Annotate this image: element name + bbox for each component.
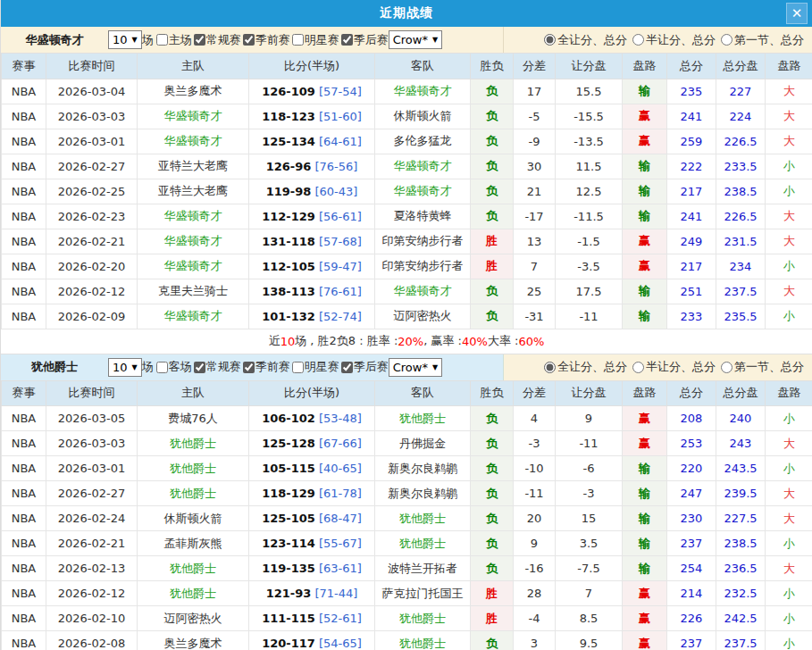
cell-total: 241 <box>667 204 716 229</box>
half-score: [71-44] <box>314 587 357 600</box>
filter-checkbox[interactable] <box>156 362 168 373</box>
cell-score: 126-96 [76-56] <box>249 154 375 179</box>
cell-result: 负 <box>471 431 514 456</box>
cell-diff: 20 <box>514 506 556 531</box>
cell-total: 249 <box>667 229 716 254</box>
stat-mode-radio[interactable] <box>544 34 556 46</box>
cell-home-team: 华盛顿奇才 <box>138 254 249 279</box>
summary-segment: 场 , 胜2负8 : 胜率 : <box>295 333 398 349</box>
stat-mode-radios: 全让分、总分半让分、总分第一节、总分 <box>504 354 812 380</box>
filter-checkbox-option[interactable]: 明星赛 <box>290 32 339 48</box>
cell-total-line: 243.5 <box>716 456 766 481</box>
stat-mode-radio[interactable] <box>721 34 732 46</box>
stat-mode-radio[interactable] <box>632 34 644 46</box>
stat-mode-radio[interactable] <box>721 362 732 373</box>
filter-checkbox-option[interactable]: 常规赛 <box>192 359 241 375</box>
filter-checkbox[interactable] <box>243 362 255 373</box>
cell-diff: -3 <box>514 431 556 456</box>
cell-home-team: 犹他爵士 <box>138 481 249 506</box>
cell-result: 负 <box>471 304 514 329</box>
table-header-cell: 分差 <box>514 54 556 79</box>
table-header-cell: 主队 <box>138 54 249 79</box>
cell-handicap: 3.5 <box>556 531 623 556</box>
cell-result: 胜 <box>471 229 514 254</box>
cell-handicap: -11.5 <box>556 204 623 229</box>
filter-checkbox-option[interactable]: 客场 <box>155 359 192 375</box>
games-count-select[interactable]: 10▼ <box>108 358 142 377</box>
table-row: NBA2026-02-25亚特兰大老鹰119-98 [60-43]华盛顿奇才负2… <box>2 179 812 204</box>
filter-checkbox[interactable] <box>341 34 353 46</box>
filter-checkbox[interactable] <box>292 34 304 46</box>
cell-total: 247 <box>667 481 716 506</box>
cell-home-team: 犹他爵士 <box>138 456 249 481</box>
cell-diff: -9 <box>514 129 556 154</box>
cell-score: 121-93 [71-44] <box>249 581 375 606</box>
half-score: [52-61] <box>319 612 362 625</box>
filter-checkbox-label: 客场 <box>169 359 192 375</box>
team-name: 犹他爵士 <box>1 359 108 375</box>
table-row: NBA2026-02-21孟菲斯灰熊123-114 [55-67]犹他爵士负93… <box>2 531 812 556</box>
filter-checkbox-option[interactable]: 季后赛 <box>339 359 389 375</box>
stat-mode-radio[interactable] <box>632 362 644 373</box>
cell-ou: 大 <box>766 104 812 129</box>
cell-result: 负 <box>471 104 514 129</box>
table-header-cell: 让分盘 <box>556 381 623 406</box>
close-button[interactable]: ✕ <box>786 3 808 24</box>
cell-home-team: 华盛顿奇才 <box>138 229 249 254</box>
chevron-down-icon: ▼ <box>432 36 438 44</box>
cell-score: 119-98 [60-43] <box>249 179 375 204</box>
stat-mode-radio-label: 第一节、总分 <box>734 359 804 375</box>
half-score: [54-65] <box>319 637 362 650</box>
filter-checkbox[interactable] <box>292 362 304 373</box>
filter-checkbox-option[interactable]: 主场 <box>155 32 192 48</box>
stat-mode-radio-option[interactable]: 第一节、总分 <box>721 359 804 375</box>
cell-league: NBA <box>2 506 46 531</box>
cell-ou: 大 <box>766 229 812 254</box>
stat-mode-radio-option[interactable]: 全让分、总分 <box>544 359 627 375</box>
cell-result: 胜 <box>471 254 514 279</box>
stat-mode-radio[interactable] <box>544 362 556 373</box>
cell-total: 214 <box>667 581 716 606</box>
filter-checkbox-option[interactable]: 季后赛 <box>339 32 389 48</box>
cell-result: 负 <box>471 531 514 556</box>
filter-checkbox-option[interactable]: 季前赛 <box>241 359 290 375</box>
filter-checkbox-option[interactable]: 季前赛 <box>241 32 290 48</box>
final-score: 120-117 <box>262 637 315 650</box>
stat-mode-radio-option[interactable]: 全让分、总分 <box>544 32 627 48</box>
filter-checkbox-option[interactable]: 常规赛 <box>192 32 241 48</box>
filter-checkbox-label: 常规赛 <box>206 359 241 375</box>
odds-company-select-value: Crow* <box>393 361 428 374</box>
filter-checkbox[interactable] <box>341 362 353 373</box>
half-score: [76-61] <box>319 285 362 298</box>
odds-company-select[interactable]: Crow*▼ <box>389 358 442 377</box>
cell-handicap: 15.5 <box>556 79 623 104</box>
stat-mode-radio-option[interactable]: 半让分、总分 <box>632 359 716 375</box>
half-score: [76-56] <box>314 160 357 173</box>
cell-handicap: 7 <box>556 581 623 606</box>
cell-league: NBA <box>2 179 46 204</box>
filter-checkbox-label: 季后赛 <box>354 359 389 375</box>
stat-mode-radio-label: 全让分、总分 <box>557 359 627 375</box>
cell-league: NBA <box>2 531 46 556</box>
cell-league: NBA <box>2 204 46 229</box>
stat-mode-radio-option[interactable]: 第一节、总分 <box>721 32 804 48</box>
cell-total: 237 <box>667 531 716 556</box>
table-row: NBA2026-03-03华盛顿奇才118-123 [51-60]休斯顿火箭负-… <box>2 104 812 129</box>
cell-total-line: 238.5 <box>716 179 766 204</box>
cell-ou: 小 <box>766 631 812 650</box>
cell-home-team: 华盛顿奇才 <box>138 304 249 329</box>
cell-score: 118-123 [51-60] <box>249 104 375 129</box>
cell-handicap-result: 输 <box>623 556 667 581</box>
stat-mode-radio-option[interactable]: 半让分、总分 <box>632 32 716 48</box>
filter-checkbox[interactable] <box>243 34 255 46</box>
cell-date: 2026-02-24 <box>46 506 138 531</box>
filter-checkbox[interactable] <box>194 362 205 373</box>
table-header-cell: 让分盘 <box>556 54 623 79</box>
filter-checkbox[interactable] <box>194 34 205 46</box>
odds-company-select[interactable]: Crow*▼ <box>389 30 442 49</box>
final-score: 126-109 <box>262 85 315 98</box>
games-count-select[interactable]: 10▼ <box>108 30 142 49</box>
filter-checkbox-option[interactable]: 明星赛 <box>290 359 339 375</box>
cell-ou: 大 <box>766 431 812 456</box>
filter-checkbox[interactable] <box>156 34 168 46</box>
